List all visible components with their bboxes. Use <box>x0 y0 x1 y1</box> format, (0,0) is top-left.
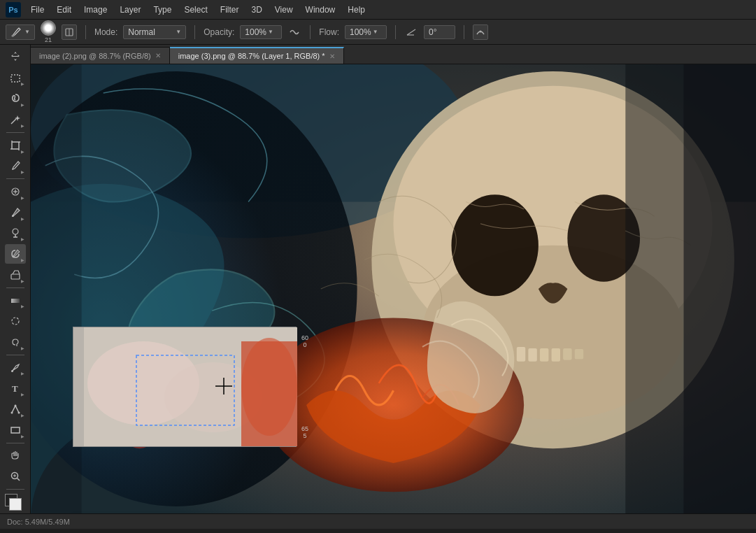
svg-point-26 <box>14 405 16 407</box>
mode-label: Mode: <box>94 27 117 37</box>
menu-type[interactable]: Type <box>148 3 177 17</box>
tool-arrow: ▶ <box>21 216 24 221</box>
svg-rect-20 <box>11 274 20 279</box>
tool-history-brush[interactable]: ▶ <box>5 244 26 264</box>
svg-rect-46 <box>552 348 560 362</box>
opt-separator-1 <box>85 25 86 39</box>
tool-arrow: ▶ <box>21 278 24 283</box>
tool-zoom[interactable] <box>5 467 26 486</box>
tool-gradient[interactable]: ▶ <box>5 291 26 311</box>
tool-spot-heal[interactable]: ▶ <box>5 182 26 201</box>
tool-marquee[interactable]: ▶ <box>5 69 26 88</box>
menu-select[interactable]: Select <box>178 3 213 17</box>
separator <box>6 443 24 443</box>
svg-rect-45 <box>540 348 548 362</box>
tool-lasso[interactable]: ▶ <box>5 89 26 108</box>
menu-layer[interactable]: Layer <box>114 3 146 17</box>
svg-rect-60 <box>73 327 84 446</box>
tool-stamp[interactable]: ▶ <box>5 224 26 243</box>
toolbar: ▶ ▶ ▶ ▶ ▶ ▶ ▶ ▶ <box>0 45 31 513</box>
svg-rect-6 <box>11 75 20 82</box>
tool-eyedropper[interactable]: ▶ <box>5 157 26 176</box>
mode-chevron-icon: ▼ <box>176 29 181 35</box>
svg-rect-47 <box>563 348 571 360</box>
brush-tool-icon[interactable]: ▼ <box>6 24 35 40</box>
opt-separator-2 <box>194 25 195 39</box>
svg-rect-43 <box>517 347 525 362</box>
brush-size-labels: 60 0 65 5 <box>301 327 308 446</box>
menu-file[interactable]: File <box>25 3 50 17</box>
canvas-container[interactable]: 60 0 65 5 History Brush tool (Y) Restore… <box>31 64 756 513</box>
svg-text:T: T <box>12 383 18 394</box>
tool-arrow: ▶ <box>21 392 24 397</box>
opacity-value[interactable]: 100% ▼ <box>240 25 282 39</box>
separator <box>6 132 24 133</box>
svg-point-17 <box>13 229 18 234</box>
svg-rect-21 <box>11 299 20 303</box>
svg-rect-28 <box>11 427 20 433</box>
separator <box>6 355 24 355</box>
flow-value[interactable]: 100% ▼ <box>345 25 387 39</box>
tool-arrow: ▶ <box>21 434 24 439</box>
tool-path-select[interactable]: ▶ <box>5 399 26 419</box>
tab-bar: image (2).png @ 88.7% (RGB/8) ✕ image (3… <box>31 45 756 64</box>
tool-arrow: ▶ <box>21 195 24 200</box>
tool-shape[interactable]: ▶ <box>5 420 26 440</box>
menu-image[interactable]: Image <box>78 3 113 17</box>
angle-value[interactable]: 0° <box>424 25 455 39</box>
status-text: Doc: 5.49M/5.49M <box>7 518 70 526</box>
opacity-smoothing-icon[interactable] <box>287 25 301 39</box>
color-fg-bg[interactable] <box>5 494 26 511</box>
tool-arrow: ▶ <box>21 102 24 107</box>
opacity-chevron-icon: ▼ <box>268 29 273 35</box>
svg-rect-44 <box>528 348 536 362</box>
status-bar: Doc: 5.49M/5.49M <box>0 513 756 529</box>
tool-pen[interactable]: ▶ <box>5 358 26 378</box>
mode-dropdown[interactable]: Normal ▼ <box>123 25 186 39</box>
separator <box>6 489 24 490</box>
brush-size-number: 21 <box>45 36 52 43</box>
flow-chevron-icon: ▼ <box>373 29 378 35</box>
svg-point-16 <box>12 215 14 217</box>
separator <box>6 287 24 288</box>
menu-edit[interactable]: Edit <box>51 3 77 17</box>
tool-brush[interactable]: ▶ <box>5 203 26 222</box>
tab-close-icon[interactable]: ✕ <box>155 52 161 59</box>
tool-text[interactable]: T ▶ <box>5 378 26 398</box>
angle-icon[interactable] <box>404 25 418 39</box>
tool-arrow: ▶ <box>21 413 24 418</box>
menu-filter[interactable]: Filter <box>215 3 245 17</box>
tab-close-icon[interactable]: ✕ <box>329 52 335 60</box>
opt-separator-3 <box>310 25 311 39</box>
svg-line-30 <box>17 478 20 481</box>
tool-dodge[interactable]: ▶ <box>5 332 26 352</box>
svg-point-12 <box>12 169 13 170</box>
tool-hand[interactable] <box>5 446 26 466</box>
tool-move[interactable] <box>5 48 26 67</box>
menu-help[interactable]: Help <box>342 3 371 17</box>
tab-image3[interactable]: image (3).png @ 88.7% (Layer 1, RGB/8) *… <box>170 47 344 64</box>
tool-magic-wand[interactable]: ▶ <box>5 110 26 129</box>
tool-arrow: ▶ <box>21 236 24 241</box>
main-area: ▶ ▶ ▶ ▶ ▶ ▶ ▶ ▶ <box>0 45 756 513</box>
tool-eraser[interactable]: ▶ <box>5 265 26 285</box>
smoothing-btn[interactable] <box>473 24 488 40</box>
brush-size-preview[interactable]: 21 <box>41 20 56 43</box>
tool-crop[interactable]: ▶ <box>5 136 26 155</box>
tool-arrow: ▶ <box>21 371 24 376</box>
mini-canvas <box>73 327 297 446</box>
tab-image2[interactable]: image (2).png @ 88.7% (RGB/8) ✕ <box>31 47 170 64</box>
mini-preview-panel: 60 0 65 5 <box>73 327 297 447</box>
tool-arrow: ▶ <box>21 169 24 174</box>
separator <box>6 178 24 179</box>
menu-window[interactable]: Window <box>300 3 341 17</box>
menu-3d[interactable]: 3D <box>245 3 267 17</box>
flow-label: Flow: <box>319 27 339 37</box>
svg-point-23 <box>11 370 13 372</box>
options-bar: ▼ 21 Mode: Normal ▼ Opacity: 100% ▼ Flow… <box>0 20 756 45</box>
brush-toggle-btn[interactable] <box>62 24 77 40</box>
tool-blur[interactable] <box>5 311 26 331</box>
svg-rect-51 <box>683 64 756 513</box>
menu-view[interactable]: View <box>269 3 299 17</box>
svg-line-3 <box>407 29 415 35</box>
